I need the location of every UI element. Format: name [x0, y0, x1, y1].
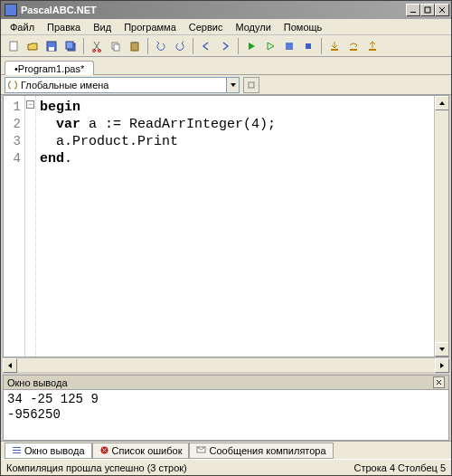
bottom-tab-strip: Окно выводаСписок ошибокСообщения компил…: [1, 441, 451, 459]
bottom-tab[interactable]: Сообщения компилятора: [189, 443, 333, 459]
maximize-button[interactable]: [420, 4, 435, 16]
step-over-button[interactable]: [344, 37, 363, 55]
namespace-refresh-button[interactable]: [243, 77, 259, 93]
error-icon: [99, 445, 109, 455]
svg-rect-2: [10, 42, 17, 51]
title-bar: PascalABC.NET: [1, 1, 451, 19]
step-out-button[interactable]: [363, 37, 381, 55]
fold-toggle[interactable]: −: [26, 100, 34, 109]
fold-column: −: [25, 96, 36, 357]
bottom-tab[interactable]: Окно вывода: [5, 443, 92, 459]
window-title: PascalABC.NET: [21, 5, 406, 15]
scroll-right-icon[interactable]: [435, 358, 449, 373]
file-tab-strip: •Program1.pas*: [1, 57, 451, 75]
copy-button[interactable]: [107, 37, 125, 55]
menu-item-программа[interactable]: Программа: [118, 21, 182, 33]
app-icon: [5, 4, 17, 16]
namespace-bar: Глобальные имена: [1, 75, 451, 95]
svg-rect-1: [425, 7, 430, 13]
code-line: a.Product.Print: [40, 133, 430, 150]
menu-item-сервис[interactable]: Сервис: [184, 21, 229, 33]
svg-rect-19: [13, 447, 21, 448]
bottom-tab-label: Окно вывода: [24, 445, 85, 456]
menu-item-модули[interactable]: Модули: [230, 21, 276, 33]
bottom-tab-label: Список ошибок: [112, 445, 183, 456]
bottom-tab[interactable]: Список ошибок: [92, 443, 190, 459]
code-line: begin: [40, 99, 430, 116]
separator: [193, 38, 193, 54]
svg-rect-18: [249, 82, 254, 88]
undo-button[interactable]: [152, 37, 170, 55]
svg-rect-21: [13, 452, 21, 453]
separator: [83, 38, 84, 54]
svg-rect-10: [114, 44, 119, 51]
status-bar: Компиляция прошла успешно (3 строк) Стро…: [1, 459, 451, 475]
new-file-button[interactable]: [5, 37, 23, 55]
minimize-button[interactable]: [406, 4, 420, 16]
open-file-button[interactable]: [24, 37, 42, 55]
msg-icon: [196, 445, 206, 455]
code-content[interactable]: begin var a := ReadArrInteger(4); a.Prod…: [36, 96, 434, 357]
compile-button[interactable]: [280, 37, 298, 55]
output-panel: Окно вывода 34 -25 125 9 -956250: [3, 375, 449, 441]
output-content[interactable]: 34 -25 125 9 -956250: [3, 390, 449, 441]
svg-rect-13: [286, 43, 293, 50]
svg-rect-20: [13, 450, 21, 451]
nav-forward-button[interactable]: [216, 37, 234, 55]
namespace-combo[interactable]: Глобальные имена: [5, 77, 240, 93]
cut-button[interactable]: [88, 37, 106, 55]
nav-back-button[interactable]: [197, 37, 215, 55]
horizontal-scrollbar-row: [3, 357, 449, 372]
redo-button[interactable]: [171, 37, 189, 55]
output-close-button[interactable]: [433, 376, 445, 388]
code-line: end.: [40, 150, 430, 167]
braces-icon: [7, 80, 18, 90]
svg-rect-6: [66, 42, 73, 49]
menu-bar: ФайлПравкаВидПрограммаСервисМодулиПомощь: [1, 19, 451, 35]
code-line: var a := ReadArrInteger(4);: [40, 116, 430, 133]
horizontal-scrollbar[interactable]: [3, 358, 449, 372]
status-cursor-position: Строка 4 Столбец 5: [353, 462, 446, 473]
save-all-button[interactable]: [61, 37, 80, 55]
menu-item-помощь[interactable]: Помощь: [278, 21, 328, 33]
file-tab[interactable]: •Program1.pas*: [5, 61, 94, 75]
separator: [321, 38, 322, 54]
svg-rect-4: [49, 47, 54, 51]
svg-rect-17: [369, 49, 376, 51]
close-button[interactable]: [435, 4, 449, 16]
scroll-up-icon[interactable]: [435, 96, 449, 110]
status-compile-text: Компиляция прошла успешно (3 строк): [6, 462, 187, 473]
menu-item-правка[interactable]: Правка: [42, 21, 86, 33]
bottom-tab-label: Сообщения компилятора: [209, 445, 325, 456]
svg-rect-16: [350, 49, 357, 51]
code-editor[interactable]: 1234 − begin var a := ReadArrInteger(4);…: [3, 95, 449, 357]
svg-rect-14: [306, 43, 311, 49]
svg-rect-12: [133, 42, 137, 43]
toolbar: [1, 35, 451, 57]
output-title-bar: Окно вывода: [3, 375, 449, 390]
output-title: Окно вывода: [7, 377, 68, 388]
line-number: 3: [4, 133, 24, 150]
chevron-down-icon[interactable]: [226, 78, 239, 92]
menu-item-файл[interactable]: Файл: [5, 21, 40, 33]
namespace-combo-text: Глобальные имена: [21, 80, 109, 90]
step-into-button[interactable]: [325, 37, 344, 55]
menu-item-вид[interactable]: Вид: [88, 21, 117, 33]
scroll-down-icon[interactable]: [435, 342, 449, 357]
line-number: 2: [4, 116, 24, 133]
paste-button[interactable]: [126, 37, 144, 55]
list-icon: [12, 445, 22, 455]
stop-button[interactable]: [299, 37, 317, 55]
svg-rect-11: [131, 43, 138, 51]
vertical-scrollbar[interactable]: [434, 96, 448, 357]
line-number: 1: [4, 99, 24, 116]
run-alt-button[interactable]: [261, 37, 279, 55]
separator: [147, 38, 148, 54]
scroll-left-icon[interactable]: [3, 358, 17, 373]
svg-rect-0: [410, 12, 416, 13]
separator: [238, 38, 239, 54]
svg-rect-15: [331, 49, 338, 51]
line-number: 4: [4, 150, 24, 167]
run-button[interactable]: [242, 37, 260, 55]
save-button[interactable]: [42, 37, 61, 55]
